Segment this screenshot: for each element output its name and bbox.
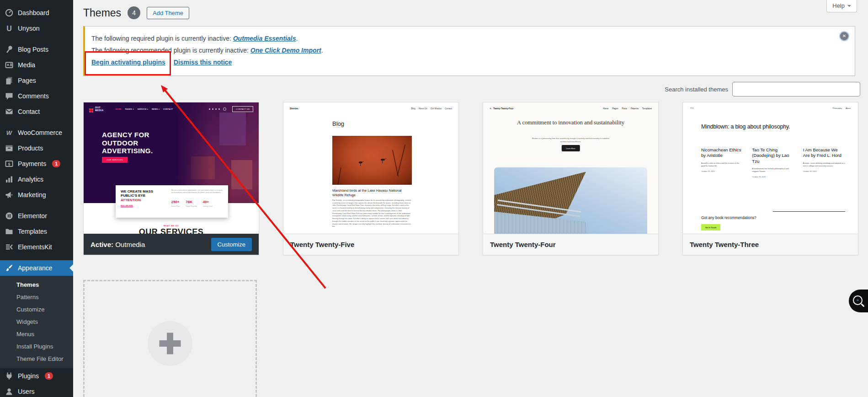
sidebar-item-media[interactable]: Media bbox=[0, 57, 73, 73]
tt3-post: I Am Because We Are by Fred L. Hord A ma… bbox=[803, 147, 845, 178]
sidebar-item-blog-posts[interactable]: Blog Posts bbox=[0, 42, 73, 57]
sidebar-item-label: Pages bbox=[18, 77, 36, 84]
sidebar-item-label: Media bbox=[18, 61, 35, 69]
unyson-icon: U bbox=[5, 24, 14, 33]
contact-us-button: CONTACT US bbox=[232, 106, 253, 112]
sidebar-item-comments[interactable]: Comments bbox=[0, 88, 73, 104]
nav-item: PAGES ▾ bbox=[125, 108, 134, 110]
inspector-edge-button[interactable] bbox=[849, 290, 868, 312]
megaphone-icon bbox=[5, 190, 14, 199]
tt3-question: Got any book recommendations? bbox=[701, 216, 756, 220]
count-badge: 1 bbox=[52, 160, 60, 167]
submenu-item-customize[interactable]: Customize bbox=[0, 303, 73, 316]
sidebar-item-label: Contact bbox=[18, 108, 40, 115]
media-icon bbox=[5, 60, 14, 70]
svg-text:U: U bbox=[6, 25, 12, 32]
sidebar-item-contact[interactable]: Contact bbox=[0, 104, 73, 119]
nav-item: Pages bbox=[612, 107, 618, 110]
theme-name: Twenty Twenty-Five bbox=[290, 241, 354, 248]
dismiss-this-notice-link[interactable]: Dismiss this notice bbox=[174, 59, 232, 66]
submenu-item-install-plugins[interactable]: Install Plugins bbox=[0, 340, 73, 353]
payments-card-icon: $ bbox=[5, 159, 14, 168]
nav-item: Patterns bbox=[631, 107, 639, 110]
submenu-item-widgets[interactable]: Widgets bbox=[0, 316, 73, 328]
learn-more-button: Learn More bbox=[561, 145, 580, 151]
sidebar-item-woocommerce[interactable]: WWooCommerce bbox=[0, 125, 73, 140]
theme-card-twenty-twenty-five[interactable]: Stories BlogAbout UsOur MissionContact B… bbox=[283, 102, 459, 255]
theme-card-outmedia[interactable]: OUT MEDIA HOMEPAGES ▾SERVICE ▾NEWS ▾CONT… bbox=[83, 102, 259, 255]
tt3-heading: Mindblown: a blog about philosophy. bbox=[701, 123, 790, 130]
nav-item: About bbox=[846, 107, 851, 109]
sidebar-item-label: Elementor bbox=[18, 212, 47, 220]
nav-item: Our Mission bbox=[431, 107, 442, 110]
sidebar-item-analytics[interactable]: Analytics bbox=[0, 172, 73, 187]
one-click-demo-import-link[interactable]: One Click Demo Import bbox=[250, 47, 321, 54]
sidebar-item-appearance[interactable]: Appearance bbox=[0, 260, 73, 276]
add-theme-button[interactable]: Add Theme bbox=[147, 7, 189, 19]
sidebar-item-elementskit[interactable]: ElementsKit bbox=[0, 239, 73, 255]
submenu-item-theme-file-editor[interactable]: Theme File Editor bbox=[0, 353, 73, 365]
theme-card-twenty-twenty-three[interactable]: TT3 PhilosophyAbout Mindblown: a blog ab… bbox=[682, 102, 858, 255]
theme-name: Twenty Twenty-Four bbox=[490, 241, 556, 248]
sidebar-item-unyson[interactable]: UUnyson bbox=[0, 21, 73, 36]
theme-search: Search installed themes bbox=[665, 82, 860, 97]
dashboard-icon bbox=[5, 8, 14, 17]
brush-icon bbox=[5, 263, 14, 273]
sidebar-item-plugins[interactable]: Plugins1 bbox=[0, 368, 73, 384]
elementskit-icon bbox=[5, 242, 14, 252]
appearance-submenu: ThemesPatternsCustomizeWidgetsMenusInsta… bbox=[0, 276, 73, 368]
nav-item: Templates bbox=[642, 107, 652, 110]
search-themes-input[interactable] bbox=[732, 82, 860, 97]
sidebar-item-payments[interactable]: $Payments1 bbox=[0, 156, 73, 172]
user-icon bbox=[5, 387, 14, 396]
outmedia-nav: HOMEPAGES ▾SERVICE ▾NEWS ▾CONTACT bbox=[116, 108, 173, 110]
submenu-item-patterns[interactable]: Patterns bbox=[0, 291, 73, 303]
tt3-nav: PhilosophyAbout bbox=[833, 107, 851, 109]
tt4-site-title: ✳Twenty Twenty-Four bbox=[490, 107, 513, 110]
wordpress-admin-screen: DashboardUUnysonBlog PostsMediaPagesComm… bbox=[0, 0, 868, 397]
sidebar-item-label: Payments bbox=[18, 160, 46, 167]
help-dropdown[interactable]: Help bbox=[826, 0, 857, 12]
sidebar-item-pages[interactable]: Pages bbox=[0, 73, 73, 88]
folder-icon bbox=[5, 227, 14, 236]
theme-card-twenty-twenty-four[interactable]: ✳Twenty Twenty-Four HomePagesPostsPatter… bbox=[483, 102, 659, 255]
submenu-item-menus[interactable]: Menus bbox=[0, 328, 73, 340]
theme-footer: Twenty Twenty-Four bbox=[483, 234, 658, 255]
theme-footer: Twenty Twenty-Three bbox=[683, 234, 858, 255]
outmedia-header: OUT MEDIA HOMEPAGES ▾SERVICE ▾NEWS ▾CONT… bbox=[84, 106, 259, 112]
outmedia-essentials-link[interactable]: Outmedia Essentials bbox=[233, 35, 296, 42]
themes-page: Help Themes 4 Add Theme The following re… bbox=[73, 0, 868, 397]
submenu-item-themes[interactable]: Themes bbox=[0, 279, 73, 291]
facebook-icon bbox=[209, 108, 210, 110]
sidebar-item-label: Appearance bbox=[18, 264, 53, 272]
sidebar-item-users[interactable]: Users bbox=[0, 384, 73, 397]
nav-item: Philosophy bbox=[833, 107, 842, 109]
outmedia-hero-heading: AGENCY FOR OUTDOOR ADVERTISING. bbox=[102, 131, 177, 155]
active-theme-name: Active: Outmedia bbox=[91, 241, 145, 248]
sidebar-item-label: Dashboard bbox=[18, 9, 49, 16]
sidebar-item-products[interactable]: Products bbox=[0, 140, 73, 156]
help-label: Help bbox=[832, 2, 845, 9]
dismiss-notice-icon[interactable]: ✕ bbox=[840, 32, 848, 40]
begin-activating-plugins-link[interactable]: Begin activating plugins bbox=[91, 59, 165, 66]
sidebar-item-label: WooCommerce bbox=[18, 129, 62, 136]
sidebar-item-label: Products bbox=[18, 145, 43, 152]
active-theme-footer: Active: Outmedia Customize bbox=[84, 234, 259, 255]
sidebar-item-marketing[interactable]: Marketing bbox=[0, 187, 73, 203]
sidebar-item-elementor[interactable]: Elementor bbox=[0, 208, 73, 224]
nav-item: Posts bbox=[622, 107, 627, 110]
customize-button[interactable]: Customize bbox=[211, 238, 252, 251]
nav-item: NEWS ▾ bbox=[152, 108, 160, 110]
sidebar-item-templates[interactable]: Templates bbox=[0, 224, 73, 239]
sidebar-item-label: Analytics bbox=[18, 176, 43, 183]
tt5-post-title: Marshland birds at the Lake Havasu Natio… bbox=[332, 188, 413, 198]
notice-actions: Begin activating pluginsDismiss this not… bbox=[91, 56, 836, 68]
nav-item: HOME bbox=[116, 108, 122, 110]
linkedin-icon bbox=[215, 108, 217, 110]
add-new-theme-tile[interactable] bbox=[83, 280, 257, 397]
theme-count-badge: 4 bbox=[128, 6, 140, 19]
sidebar-item-dashboard[interactable]: Dashboard bbox=[0, 5, 73, 21]
sidebar-item-label: Marketing bbox=[18, 191, 46, 198]
sidebar-item-label: Templates bbox=[18, 228, 47, 235]
get-in-touch-button: Get In Touch bbox=[701, 224, 720, 231]
